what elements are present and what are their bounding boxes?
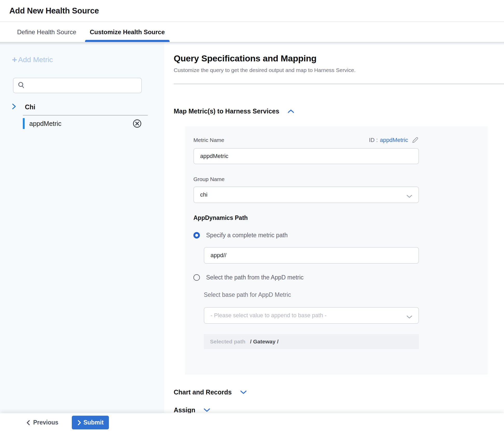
add-metric-button[interactable]: + Add Metric	[12, 55, 53, 64]
group-name-value: chi	[200, 191, 207, 198]
sidebar-group-chi[interactable]: Chi	[11, 103, 35, 111]
tab-define-health-source[interactable]: Define Health Source	[10, 22, 83, 42]
previous-label: Previous	[33, 419, 58, 426]
selected-path-bar: Selected path / Gateway /	[204, 334, 419, 349]
section-title: Chart and Records	[174, 388, 232, 396]
add-metric-label: Add Metric	[18, 56, 53, 64]
radio-select-path-from-appd[interactable]: Select the path from the AppD metric	[193, 274, 304, 281]
section-title: Map Metric(s) to Harness Services	[174, 107, 279, 115]
wizard-footer: Previous Submit	[0, 413, 504, 432]
metric-search	[13, 78, 142, 93]
divider	[174, 84, 504, 84]
edit-pencil-icon[interactable]	[411, 136, 419, 144]
search-input[interactable]	[13, 78, 142, 93]
metric-name-input[interactable]	[193, 148, 419, 164]
base-path-select[interactable]: - Please select value to append to base …	[204, 307, 419, 324]
selected-indicator-bar	[23, 118, 25, 129]
content-area: + Add Metric Chi appdMetric	[0, 42, 504, 413]
chevron-down-icon	[406, 193, 413, 200]
metrics-sidebar: + Add Metric Chi appdMetric	[0, 42, 164, 413]
search-icon	[17, 81, 25, 90]
radio-unselected-icon	[193, 274, 200, 281]
section-chart-records-toggle[interactable]: Chart and Records	[174, 388, 247, 396]
group-label: Chi	[25, 103, 35, 111]
map-metrics-form: Metric Name ID : appdMetric Group Name c…	[185, 126, 488, 375]
page-title: Query Specifications and Mapping	[174, 53, 504, 63]
radio-label: Select the path from the AppD metric	[206, 274, 304, 281]
plus-icon: +	[12, 55, 17, 64]
chevron-right-icon	[77, 420, 81, 426]
chevron-down-icon	[406, 314, 413, 321]
metric-item-label: appdMetric	[29, 120, 61, 127]
selected-path-value: / Gateway /	[250, 339, 279, 345]
chevron-up-icon	[287, 109, 295, 114]
radio-complete-metric-path[interactable]: Specify a complete metric path	[193, 232, 288, 239]
section-map-metrics-toggle[interactable]: Map Metric(s) to Harness Services	[174, 107, 295, 115]
previous-button[interactable]: Previous	[26, 419, 58, 426]
tab-customize-health-source[interactable]: Customize Health Source	[83, 22, 171, 42]
submit-label: Submit	[83, 419, 104, 426]
chevron-down-icon	[240, 390, 247, 395]
tab-label: Customize Health Source	[90, 28, 165, 36]
radio-selected-icon	[193, 232, 200, 239]
dialog-header: Add New Health Source	[0, 0, 504, 22]
remove-metric-icon[interactable]	[132, 119, 142, 128]
page-subtitle: Customize the query to get the desired o…	[174, 67, 504, 73]
dialog-title: Add New Health Source	[9, 6, 99, 16]
selected-path-label: Selected path	[210, 339, 246, 345]
tab-label: Define Health Source	[17, 28, 76, 36]
chevron-down-icon	[203, 408, 211, 413]
chevron-left-icon	[26, 420, 31, 426]
id-label: ID :	[369, 137, 378, 143]
submit-button[interactable]: Submit	[72, 416, 109, 429]
complete-metric-path-input[interactable]	[204, 247, 419, 264]
radio-label: Specify a complete metric path	[206, 232, 288, 239]
sidebar-item-appdmetric[interactable]: appdMetric	[23, 116, 148, 132]
base-path-placeholder: - Please select value to append to base …	[211, 312, 327, 319]
group-name-select[interactable]: chi	[193, 186, 419, 203]
section-assign-toggle[interactable]: Assign	[174, 406, 211, 414]
id-value-link[interactable]: appdMetric	[380, 137, 408, 143]
metric-id-row: ID : appdMetric	[369, 136, 419, 144]
tab-bar: Define Health Source Customize Health So…	[0, 22, 504, 42]
appdynamics-path-label: AppDynamics Path	[193, 214, 488, 221]
query-specifications-panel: Query Specifications and Mapping Customi…	[164, 42, 504, 413]
chevron-right-icon	[11, 103, 17, 111]
base-path-label: Select base path for AppD Metric	[204, 291, 488, 298]
metric-name-label: Metric Name	[193, 137, 224, 143]
group-name-label: Group Name	[193, 176, 488, 182]
section-title: Assign	[174, 406, 195, 414]
